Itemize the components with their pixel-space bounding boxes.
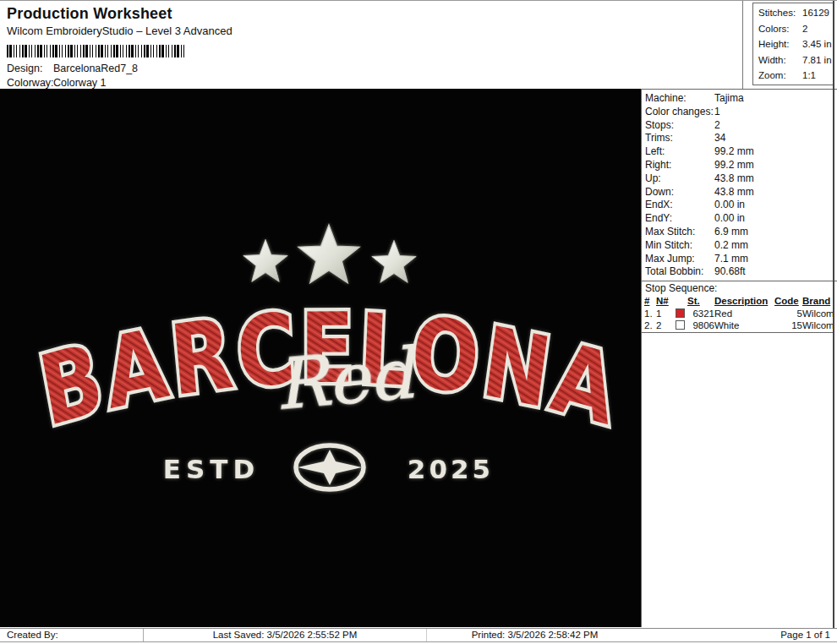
design-value: BarcelonaRed7_8 [53, 63, 138, 74]
page-right-border [833, 1, 834, 641]
machine-row: Color changes:1 [645, 106, 837, 119]
colorway-label: Colorway: [7, 77, 53, 89]
stat-width: Width:7.81 in [758, 52, 833, 68]
stat-zoom: Zoom:1:1 [758, 68, 833, 84]
stats-box: Stitches:16129 Colors:2 Height:3.45 in W… [752, 3, 834, 85]
machine-rows: Machine:Tajima Color changes:1 Stops:2 T… [642, 90, 837, 281]
table-bottom-border [642, 332, 834, 333]
stop-table-header: # N# St. Description Code Brand [644, 295, 836, 308]
machine-row: Right:99.2 mm [645, 159, 837, 172]
created-by-field: Created By: [0, 629, 144, 641]
star-right-icon [372, 240, 416, 282]
last-saved-timestamp: Last Saved: 3/5/2026 2:55:52 PM [144, 629, 427, 641]
machine-row: EndY:0.00 in [645, 212, 837, 226]
oval-star-logo-icon [296, 445, 364, 489]
year-text: 2025 [408, 454, 494, 484]
stat-height: Height:3.45 in [758, 36, 833, 52]
estd-row: ESTD 2025 [163, 445, 494, 489]
colorway-value: Colorway 1 [53, 77, 107, 89]
software-subtitle: Wilcom EmbroideryStudio – Level 3 Advanc… [7, 25, 232, 37]
header: Production Worksheet Wilcom EmbroiderySt… [0, 1, 742, 89]
machine-row: Min Stitch:0.2 mm [645, 239, 837, 253]
machine-row: Left:99.2 mm [645, 145, 837, 159]
page-number: Page 1 of 1 [643, 629, 837, 641]
design-preview: BARCELONA Red ESTD 2025 [0, 89, 642, 627]
machine-row: Down:43.8 mm [645, 186, 837, 199]
design-barcode [7, 45, 186, 57]
stat-stitches: Stitches:16129 [758, 5, 833, 21]
machine-row: EndX:0.00 in [645, 199, 837, 212]
thread-color-swatch [676, 320, 685, 330]
machine-row: Up:43.8 mm [645, 172, 837, 186]
colorway-row: Colorway:Colorway 1 [7, 77, 107, 89]
script-word: Red [272, 333, 422, 425]
page-title: Production Worksheet [7, 5, 172, 23]
stop-sequence-table: # N# St. Description Code Brand 1. 1 632… [644, 295, 836, 332]
machine-row: Trims:34 [645, 132, 837, 145]
printed-timestamp: Printed: 3/5/2026 2:58:42 PM [427, 629, 643, 641]
thread-color-swatch [676, 308, 685, 318]
machine-row: Total Bobbin:90.68ft [645, 265, 837, 279]
star-center-icon [298, 225, 359, 283]
design-name-row: Design:BarcelonaRed7_8 [7, 63, 138, 74]
star-left-icon [243, 239, 287, 281]
production-worksheet-page: Production Worksheet Wilcom EmbroiderySt… [0, 0, 837, 644]
machine-row: Stops:2 [645, 119, 837, 133]
machine-row: Machine:Tajima [645, 92, 837, 106]
machine-row: Max Jump:7.1 mm [645, 253, 837, 266]
stars-row [243, 225, 416, 283]
table-row: 1. 1 6321 Red 5 Wilcom [644, 308, 836, 320]
embroidery-design-svg: BARCELONA Red ESTD 2025 [0, 89, 642, 627]
machine-info-panel: Machine:Tajima Color changes:1 Stops:2 T… [641, 89, 837, 627]
estd-text: ESTD [163, 454, 260, 484]
design-label: Design: [7, 63, 53, 74]
machine-row: Max Stitch:6.9 mm [645, 226, 837, 239]
stop-sequence-label: Stop Sequence: [642, 281, 837, 295]
footer: Created By: Last Saved: 3/5/2026 2:55:52… [0, 628, 837, 642]
header-divider [742, 1, 743, 89]
table-row: 2. 2 9806 White 15 Wilcom [644, 319, 836, 332]
stat-colors: Colors:2 [758, 21, 833, 37]
